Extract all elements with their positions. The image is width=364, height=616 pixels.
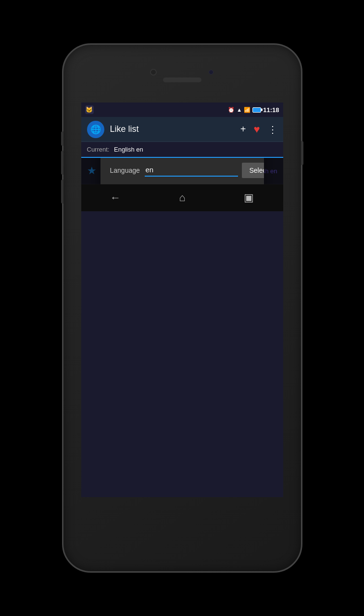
- language-field-row: Language Select: [110, 163, 254, 178]
- home-button[interactable]: ⌂: [179, 192, 185, 204]
- main-content: ★ English English en Add Locale Language: [81, 158, 283, 184]
- dialog-body: Label Language Select Country: [100, 158, 264, 184]
- add-locale-dialog: Add Locale Language Label Language: [100, 158, 264, 184]
- signal-icon: 📶: [244, 107, 251, 113]
- recents-button[interactable]: ▣: [244, 192, 254, 204]
- select-language-button[interactable]: Select: [242, 163, 264, 178]
- app-logo: 🌐: [87, 121, 104, 138]
- app-title: Like list: [110, 124, 240, 134]
- status-bar: 🐱 ⏰ ▲ 📶 11:18: [81, 103, 283, 117]
- clock: 11:18: [263, 106, 279, 114]
- alarm-icon: ⏰: [228, 107, 235, 113]
- volume-up-button[interactable]: [61, 131, 63, 146]
- screen: 🐱 ⏰ ▲ 📶 11:18 🌐 Like list + ♥ ⋮ Curren: [81, 103, 283, 497]
- earpiece-speaker: [163, 77, 201, 82]
- status-right: ⏰ ▲ 📶 11:18: [228, 106, 279, 114]
- volume-down-button[interactable]: [61, 151, 63, 175]
- current-label: Current:: [87, 146, 110, 153]
- current-locale-value: English en: [114, 146, 143, 153]
- back-button[interactable]: ←: [110, 192, 121, 204]
- language-field-label: Language: [110, 167, 145, 174]
- dialog-overlay: Add Locale Language Label Language: [81, 158, 283, 184]
- app-toolbar: 🌐 Like list + ♥ ⋮: [81, 117, 283, 142]
- wifi-icon: ▲: [237, 107, 242, 113]
- navigation-bar: ← ⌂ ▣: [81, 184, 283, 211]
- add-button[interactable]: +: [240, 124, 246, 135]
- heart-button[interactable]: ♥: [253, 123, 260, 136]
- battery-icon: [252, 107, 261, 113]
- toolbar-actions: + ♥ ⋮: [240, 123, 277, 136]
- status-left: 🐱: [85, 105, 94, 114]
- language-input[interactable]: [145, 164, 238, 177]
- front-camera: [150, 69, 157, 76]
- menu-button[interactable]: ⋮: [268, 124, 277, 135]
- notification-icon: 🐱: [85, 105, 94, 114]
- silent-button[interactable]: [61, 180, 63, 204]
- cat-icon: 🐱: [86, 106, 93, 113]
- current-locale-bar: Current: English en: [81, 142, 283, 158]
- power-button[interactable]: [301, 141, 303, 165]
- front-sensor: [209, 70, 213, 75]
